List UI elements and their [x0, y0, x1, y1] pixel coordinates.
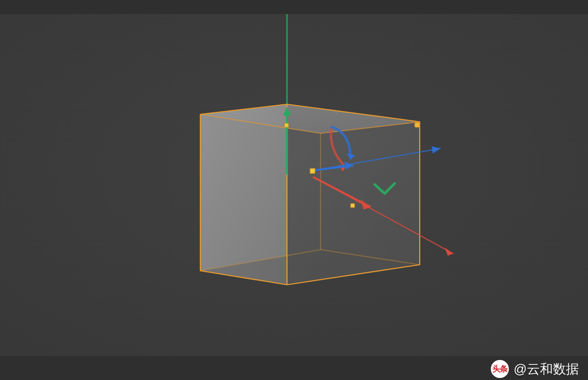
gizmo-plane-handle-xz[interactable] [284, 123, 288, 127]
gizmo-center-handle[interactable] [310, 168, 315, 173]
gizmo-plane-handle-yz[interactable] [415, 122, 420, 127]
watermark-logo-icon: 头条 [491, 360, 509, 378]
top-bar [0, 0, 588, 14]
watermark-text: @云和数据 [514, 360, 579, 378]
watermark: 头条 @云和数据 [491, 360, 579, 378]
cube-object[interactable] [200, 104, 420, 285]
scene[interactable] [0, 14, 588, 356]
gizmo-plane-handle-xy[interactable] [351, 204, 355, 208]
viewport-3d[interactable] [0, 14, 588, 356]
watermark-logo-text: 头条 [492, 364, 507, 374]
